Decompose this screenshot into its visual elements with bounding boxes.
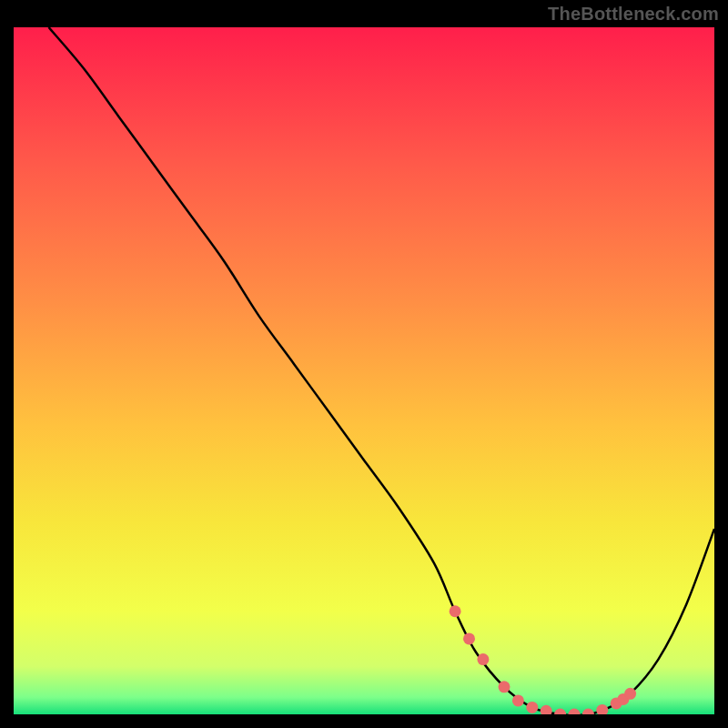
highlight-marker [499,681,511,693]
chart-stage: TheBottleneck.com [0,0,728,728]
highlight-marker [463,632,475,644]
chart-svg [14,27,714,714]
bottleneck-chart [14,27,714,714]
highlight-marker [477,653,489,665]
highlight-marker [450,605,461,617]
highlight-marker [624,688,636,700]
watermark-text: TheBottleneck.com [548,4,719,25]
highlight-marker [512,694,524,706]
highlight-marker [526,702,538,713]
background-gradient [14,27,714,714]
